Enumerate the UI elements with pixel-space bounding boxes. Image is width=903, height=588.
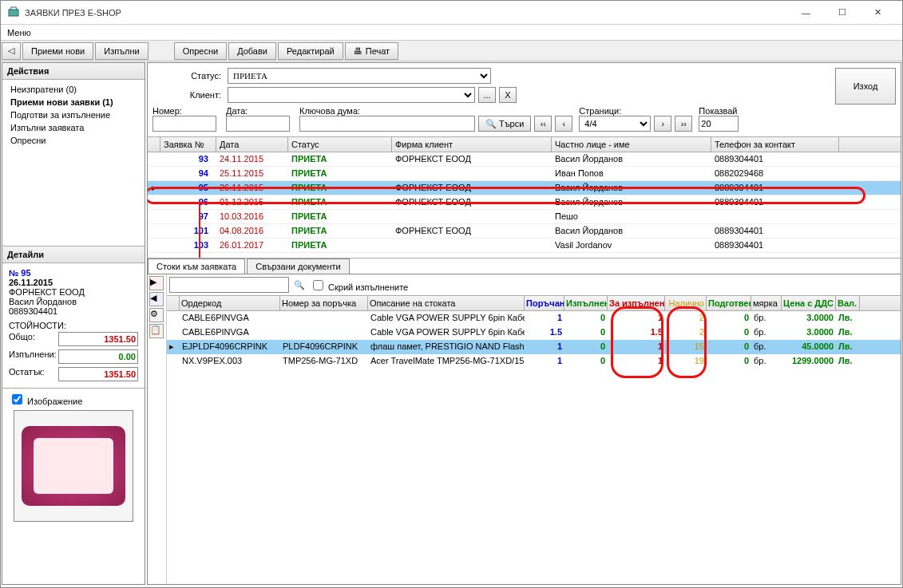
edit-button[interactable]: Редактирай bbox=[278, 42, 343, 60]
detail-person: Васил Йорданов bbox=[9, 297, 138, 306]
image-panel-header: Изображение bbox=[9, 392, 138, 407]
refresh-button[interactable]: Опресни bbox=[174, 42, 227, 60]
items-action1-icon[interactable]: ⚙ bbox=[149, 308, 164, 322]
client-clear-button[interactable]: X bbox=[499, 87, 517, 103]
number-input[interactable] bbox=[152, 116, 216, 132]
maximize-button[interactable]: ☐ bbox=[824, 2, 860, 24]
items-action2-icon[interactable]: 📋 bbox=[149, 324, 164, 338]
detail-values-header: СТОЙНОСТИ: bbox=[9, 321, 138, 330]
table-row[interactable]: 93 24.11.2015 ПРИЕТА ФОРНЕКСТ ЕООД Васил… bbox=[148, 152, 901, 167]
table-row[interactable]: CABLE6PINVGA Cable VGA POWER SUPPLY 6pin… bbox=[167, 311, 901, 326]
print-icon: 🖶 bbox=[354, 46, 362, 56]
search-icon: 🔍 bbox=[485, 119, 497, 129]
fulfill-button[interactable]: Изпълни bbox=[95, 42, 148, 60]
col-order-no[interactable]: Заявка № bbox=[160, 137, 216, 152]
last-page-button[interactable]: ›› bbox=[675, 116, 692, 132]
show-input[interactable] bbox=[699, 116, 739, 132]
hide-fulfilled-checkbox[interactable] bbox=[313, 280, 323, 290]
next-page-button[interactable]: › bbox=[654, 116, 671, 132]
search-button[interactable]: 🔍Търси bbox=[478, 116, 531, 132]
client-label: Клиент: bbox=[152, 90, 224, 100]
detail-phone: 0889304401 bbox=[9, 306, 138, 316]
items-remove-icon[interactable]: ◀ bbox=[149, 292, 164, 306]
items-search-input[interactable] bbox=[169, 277, 289, 293]
col-company[interactable]: Фирма клиент bbox=[392, 137, 552, 152]
col-ful[interactable]: Изпълнено bbox=[564, 296, 608, 310]
table-row[interactable]: 101 04.08.2016 ПРИЕТА ФОРНЕКСТ ЕООД Васи… bbox=[148, 224, 901, 239]
menu-bar: Меню bbox=[1, 25, 902, 41]
detail-date: 26.11.2015 bbox=[9, 278, 138, 287]
col-status[interactable]: Статус bbox=[288, 137, 392, 152]
items-filter: 🔍 Скрий изпълнените bbox=[167, 274, 901, 295]
col-unit[interactable]: мярка bbox=[751, 296, 782, 310]
table-row[interactable]: NX.V9PEX.003 TMP256-MG-71XD Acer TravelM… bbox=[167, 354, 901, 369]
total-label: Общо: bbox=[9, 332, 35, 346]
action-accept-new[interactable]: Приеми нови заявки (1) bbox=[4, 96, 143, 109]
app-icon bbox=[7, 6, 20, 19]
items-add-icon[interactable]: ▶ bbox=[149, 276, 164, 290]
table-row[interactable]: CABLE6PINVGA Cable VGA POWER SUPPLY 6pin… bbox=[167, 326, 901, 340]
svg-rect-0 bbox=[9, 10, 18, 16]
prev-page-button[interactable]: ‹ bbox=[555, 116, 572, 132]
table-row[interactable]: 94 25.11.2015 ПРИЕТА Иван Попов 08820294… bbox=[148, 167, 901, 181]
date-label: Дата: bbox=[226, 106, 290, 116]
action-prepare[interactable]: Подготви за изпълнение bbox=[4, 109, 143, 121]
toolbar: ◁ Приеми нови Изпълни Опресни Добави Ред… bbox=[1, 41, 902, 61]
table-row[interactable]: ▸ EJPLDF4096CRPINK PLDF4096CRPINK флаш п… bbox=[167, 340, 901, 354]
back-button[interactable]: ◁ bbox=[2, 42, 21, 60]
col-code[interactable]: Ордеркод bbox=[180, 296, 280, 310]
date-input[interactable] bbox=[226, 116, 290, 132]
col-date[interactable]: Дата bbox=[216, 137, 288, 152]
items-grid-header: Ордеркод Номер за поръчка Описание на ст… bbox=[167, 295, 901, 311]
window-title: ЗАЯВКИ ПРЕЗ E-SHOP bbox=[25, 8, 788, 18]
col-avail[interactable]: Налично bbox=[665, 296, 707, 310]
image-checkbox[interactable] bbox=[12, 394, 22, 404]
details-header: Детайли bbox=[2, 247, 145, 263]
table-row[interactable]: 96 01.12.2015 ПРИЕТА ФОРНЕКСТ ЕООД Васил… bbox=[148, 195, 901, 210]
grid-header: Заявка № Дата Статус Фирма клиент Частно… bbox=[148, 137, 901, 152]
status-label: Статус: bbox=[152, 71, 224, 81]
col-toful[interactable]: За изпълнение bbox=[608, 296, 665, 310]
table-row[interactable]: ▸ 95 26.11.2015 ПРИЕТА ФОРНЕКСТ ЕООД Вас… bbox=[148, 181, 901, 195]
action-list: Неизпратени (0) Приеми нови заявки (1) П… bbox=[2, 80, 145, 150]
col-cur[interactable]: Вал. bbox=[836, 296, 860, 310]
col-desc[interactable]: Описание на стоката bbox=[368, 296, 525, 310]
col-prep[interactable]: Подготвено bbox=[707, 296, 751, 310]
show-label: Показвай bbox=[699, 106, 739, 116]
client-select[interactable] bbox=[228, 87, 475, 103]
minimize-button[interactable]: — bbox=[788, 2, 824, 24]
client-browse-button[interactable]: ... bbox=[478, 87, 496, 103]
table-row[interactable]: 103 26.01.2017 ПРИЕТА Vasil Jordanov 088… bbox=[148, 239, 901, 253]
action-unsent[interactable]: Неизпратени (0) bbox=[4, 83, 143, 96]
col-person[interactable]: Частно лице - име bbox=[552, 137, 711, 152]
col-phone[interactable]: Телефон за контакт bbox=[711, 137, 839, 152]
tabs: Стоки към заявката Свързани документи bbox=[148, 258, 901, 274]
tab-docs[interactable]: Свързани документи bbox=[247, 258, 350, 274]
col-req[interactable]: Поръчано bbox=[525, 296, 564, 310]
tab-goods[interactable]: Стоки към заявката bbox=[148, 258, 245, 274]
detail-company: ФОРНЕКСТ ЕООД bbox=[9, 287, 138, 297]
keyword-label: Ключова дума: bbox=[299, 106, 475, 116]
pages-select[interactable]: 4/4 bbox=[579, 116, 651, 132]
status-select[interactable]: ПРИЕТА bbox=[228, 68, 491, 84]
close-button[interactable]: ✕ bbox=[860, 2, 896, 24]
hide-fulfilled-label[interactable]: Скрий изпълнените bbox=[310, 278, 408, 293]
keyword-input[interactable] bbox=[299, 116, 475, 132]
exit-button[interactable]: Изход bbox=[835, 68, 896, 105]
col-price[interactable]: Цена с ДДС bbox=[782, 296, 836, 310]
action-refresh[interactable]: Опресни bbox=[4, 134, 143, 147]
print-button[interactable]: 🖶Печат bbox=[345, 42, 398, 60]
first-page-button[interactable]: ‹‹ bbox=[534, 116, 552, 132]
actions-header: Действия bbox=[2, 63, 145, 80]
action-fulfill[interactable]: Изпълни заявката bbox=[4, 121, 143, 134]
orders-grid: Заявка № Дата Статус Фирма клиент Частно… bbox=[148, 136, 901, 258]
add-button[interactable]: Добави bbox=[228, 42, 276, 60]
menu-item[interactable]: Меню bbox=[7, 28, 31, 37]
col-ordnum[interactable]: Номер за поръчка bbox=[280, 296, 368, 310]
search-icon[interactable]: 🔍 bbox=[294, 280, 305, 290]
filter-area: Изход Статус: ПРИЕТА Клиент: ... X Номер… bbox=[148, 63, 901, 136]
total-value: 1351.50 bbox=[58, 332, 138, 346]
fulfilled-value: 0.00 bbox=[58, 349, 138, 364]
accept-new-button[interactable]: Приеми нови bbox=[22, 42, 93, 60]
table-row[interactable]: 97 10.03.2016 ПРИЕТА Пешо bbox=[148, 210, 901, 224]
